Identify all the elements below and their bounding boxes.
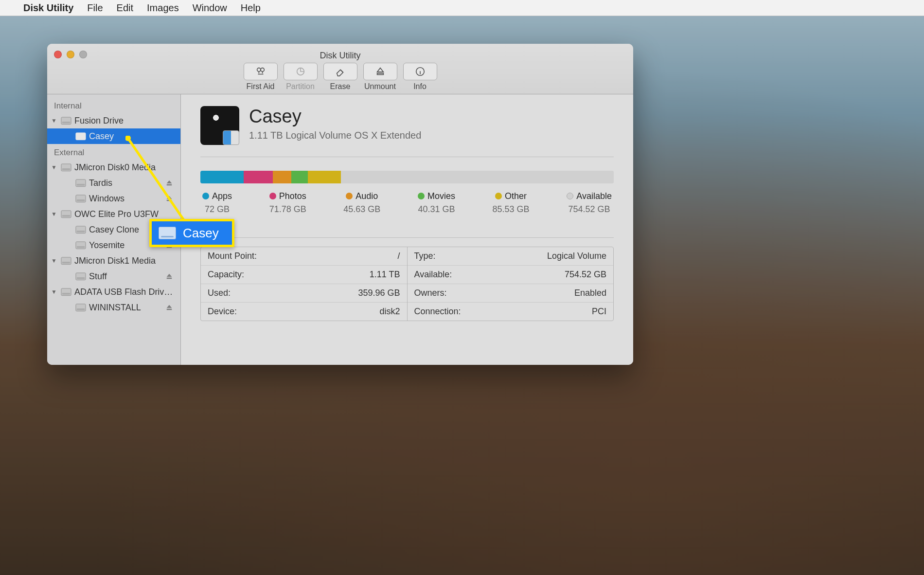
legend-value: 85.53 GB xyxy=(493,204,530,215)
legend-dot-icon xyxy=(418,193,425,199)
info-key: Connection: xyxy=(414,306,461,317)
macos-menubar: Disk Utility File Edit Images Window Hel… xyxy=(0,0,924,16)
sidebar-item[interactable]: ▼JMicron Disk1 Media xyxy=(47,253,180,269)
sidebar-item-label: WININSTALL xyxy=(89,303,163,313)
toolbar-info[interactable]: Info xyxy=(403,63,437,91)
info-key: Used: xyxy=(208,288,231,298)
toolbar-label: Partition xyxy=(286,82,315,91)
sidebar-section-header: Internal xyxy=(47,97,180,113)
sidebar-item[interactable]: Windows xyxy=(47,191,180,206)
legend-dot-icon xyxy=(346,193,353,199)
usage-segment-other xyxy=(308,171,341,183)
sidebar-item-label: Casey xyxy=(89,131,180,142)
eject-icon[interactable] xyxy=(166,273,174,280)
info-row: Owners:Enabled xyxy=(408,284,614,303)
svg-rect-6 xyxy=(62,122,71,124)
svg-rect-10 xyxy=(62,168,71,170)
legend-item: Photos71.78 GB xyxy=(269,191,306,215)
svg-rect-8 xyxy=(77,137,85,139)
usage-segment-available xyxy=(341,171,614,183)
sidebar-item[interactable]: ▼Fusion Drive xyxy=(47,113,180,128)
volume-info-table: Mount Point:/Capacity:1.11 TBUsed:359.96… xyxy=(200,247,614,321)
disk-icon xyxy=(75,241,86,249)
usage-segment-photos xyxy=(244,171,273,183)
legend-value: 40.31 GB xyxy=(418,204,455,215)
svg-rect-16 xyxy=(167,200,172,201)
info-icon xyxy=(403,63,437,80)
menu-help[interactable]: Help xyxy=(241,2,261,14)
eject-icon[interactable] xyxy=(166,180,174,186)
disclosure-triangle-icon[interactable]: ▼ xyxy=(51,257,58,264)
info-key: Type: xyxy=(414,251,436,261)
toolbar-unmount[interactable]: Unmount xyxy=(363,63,397,91)
volume-header: Casey 1.11 TB Logical Volume OS X Extend… xyxy=(200,106,614,157)
toolbar-first-aid[interactable]: First Aid xyxy=(244,63,278,91)
annotation-callout: Casey xyxy=(149,219,234,247)
disclosure-triangle-icon[interactable]: ▼ xyxy=(51,288,58,295)
sidebar-item[interactable]: ▼JMicron Disk0 Media xyxy=(47,160,180,175)
disk-icon xyxy=(61,257,71,265)
legend-value: 754.52 GB xyxy=(567,204,612,215)
info-row: Used:359.96 GB xyxy=(201,284,407,303)
disclosure-triangle-icon[interactable]: ▼ xyxy=(51,164,58,171)
svg-rect-31 xyxy=(62,293,71,295)
annotation-label: Casey xyxy=(183,226,219,241)
volume-subtitle: 1.11 TB Logical Volume OS X Extended xyxy=(249,130,421,141)
main-pane: Casey 1.11 TB Logical Volume OS X Extend… xyxy=(181,94,633,365)
info-value: PCI xyxy=(592,306,606,317)
info-value: 754.52 GB xyxy=(565,270,606,280)
usage-segment-audio xyxy=(273,171,291,183)
disk-icon xyxy=(61,163,71,171)
disclosure-triangle-icon[interactable]: ▼ xyxy=(51,117,58,124)
legend-item: Available754.52 GB xyxy=(567,191,612,215)
unmount-icon xyxy=(363,63,397,80)
menu-window[interactable]: Window xyxy=(193,2,227,14)
info-row: Type:Logical Volume xyxy=(408,247,614,266)
window-titlebar[interactable]: Disk Utility First AidPartitionEraseUnmo… xyxy=(47,44,633,94)
info-row: Capacity:1.11 TB xyxy=(201,266,407,284)
erase-icon xyxy=(323,63,357,80)
info-row: Connection:PCI xyxy=(408,303,614,321)
disk-icon xyxy=(75,272,86,280)
legend-value: 72 GB xyxy=(202,204,232,215)
toolbar-erase[interactable]: Erase xyxy=(323,63,357,91)
menu-file[interactable]: File xyxy=(87,2,103,14)
menubar-app-name[interactable]: Disk Utility xyxy=(23,2,73,14)
legend-item: Apps72 GB xyxy=(202,191,232,215)
sidebar-item[interactable]: Stuff xyxy=(47,269,180,284)
toolbar-label: First Aid xyxy=(247,82,275,91)
eject-icon[interactable] xyxy=(166,304,174,311)
info-key: Device: xyxy=(208,306,237,317)
disk-icon xyxy=(75,195,86,202)
legend-dot-icon xyxy=(269,193,276,199)
sidebar-item[interactable]: Casey xyxy=(47,128,180,144)
sidebar-item[interactable]: WININSTALL xyxy=(47,300,180,315)
info-row: Available:754.52 GB xyxy=(408,266,614,284)
svg-rect-29 xyxy=(167,278,172,279)
sidebar-item-label: JMicron Disk1 Media xyxy=(74,256,180,266)
svg-rect-15 xyxy=(77,199,85,201)
legend-dot-icon xyxy=(495,193,502,199)
info-value: 359.96 GB xyxy=(358,288,400,298)
sidebar-item-label: Fusion Drive xyxy=(74,116,180,126)
sidebar-item[interactable]: ▼ADATA USB Flash Driv… xyxy=(47,284,180,300)
volume-icon xyxy=(200,106,239,145)
legend-item: Movies40.31 GB xyxy=(418,191,455,215)
legend-value: 45.63 GB xyxy=(343,204,380,215)
toolbar-label: Erase xyxy=(330,82,351,91)
eject-icon[interactable] xyxy=(166,195,174,202)
menu-images[interactable]: Images xyxy=(147,2,179,14)
disk-icon xyxy=(61,210,71,218)
menu-edit[interactable]: Edit xyxy=(117,2,133,14)
info-key: Capacity: xyxy=(208,270,244,280)
usage-segment-movies xyxy=(291,171,308,183)
sidebar-item[interactable]: Tardis xyxy=(47,175,180,191)
disk-icon xyxy=(75,304,86,311)
svg-rect-20 xyxy=(77,231,85,233)
volume-name: Casey xyxy=(249,106,421,127)
svg-rect-12 xyxy=(77,184,85,186)
svg-point-0 xyxy=(257,68,260,72)
toolbar-partition: Partition xyxy=(284,63,318,91)
svg-rect-33 xyxy=(77,308,85,310)
disclosure-triangle-icon[interactable]: ▼ xyxy=(51,211,58,217)
